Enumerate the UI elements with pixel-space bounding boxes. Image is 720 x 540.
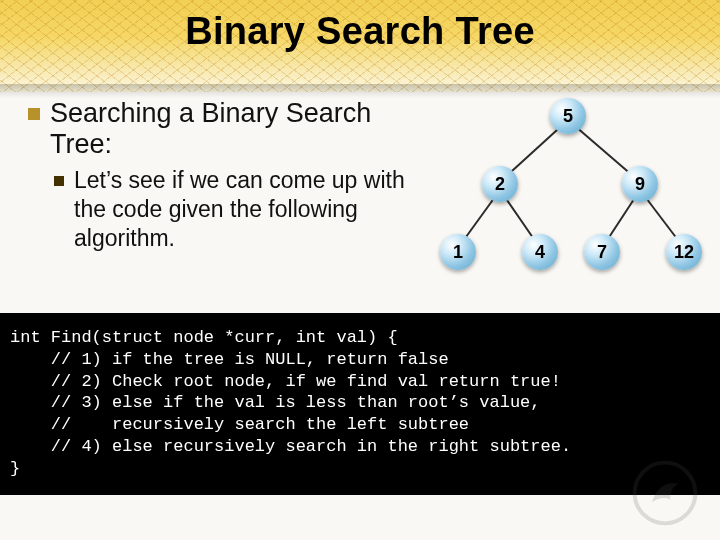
heading-text: Searching a Binary Search Tree: xyxy=(50,98,418,160)
square-bullet-icon xyxy=(54,176,64,186)
tree-node-12: 12 xyxy=(666,234,702,270)
tree-node-1: 1 xyxy=(440,234,476,270)
code-block: int Find(struct node *curr, int val) { /… xyxy=(0,313,720,495)
tree-node-7: 7 xyxy=(584,234,620,270)
sub-bullet-row: Let’s see if we can come up with the cod… xyxy=(54,166,418,252)
subpoint-text: Let’s see if we can come up with the cod… xyxy=(74,166,418,252)
pegasus-logo-icon xyxy=(632,460,698,526)
page-title: Binary Search Tree xyxy=(0,10,720,53)
bst-diagram: 5 2 9 1 4 7 12 xyxy=(430,90,710,280)
tree-node-4: 4 xyxy=(522,234,558,270)
square-bullet-icon xyxy=(28,108,40,120)
content-block: Searching a Binary Search Tree: Let’s se… xyxy=(28,98,418,252)
tree-node-2: 2 xyxy=(482,166,518,202)
bullet-heading-row: Searching a Binary Search Tree: xyxy=(28,98,418,160)
tree-node-9: 9 xyxy=(622,166,658,202)
tree-node-5: 5 xyxy=(550,98,586,134)
